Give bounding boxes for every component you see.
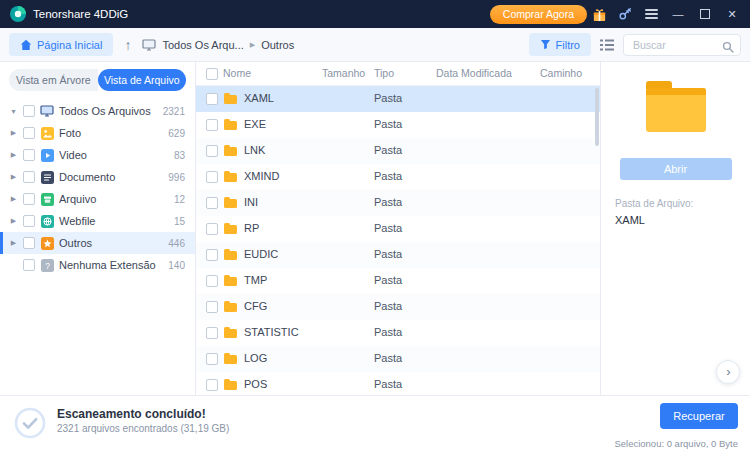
checkbox[interactable]	[23, 149, 35, 161]
column-header-data-modificada[interactable]: Data Modificada	[436, 67, 512, 79]
file-name: LOG	[244, 352, 267, 364]
folder-icon	[224, 199, 237, 208]
caret-icon[interactable]: ▶	[9, 129, 18, 137]
row-checkbox[interactable]	[206, 223, 218, 235]
open-button[interactable]: Abrir	[620, 158, 732, 180]
svg-text:?: ?	[45, 260, 50, 270]
table-row[interactable]: TMP Pasta	[196, 268, 600, 294]
table-row[interactable]: LNK Pasta	[196, 138, 600, 164]
tab-tree-view[interactable]: Vista em Árvore	[9, 69, 98, 91]
folder-icon	[224, 173, 237, 182]
sidebar-item-video[interactable]: ▶ Video 83	[0, 144, 195, 166]
row-checkbox[interactable]	[206, 249, 218, 261]
minimize-button[interactable]: —	[670, 6, 686, 22]
scan-status-subtitle: 2321 arquivos encontrados (31,19 GB)	[57, 423, 229, 434]
checkbox[interactable]	[23, 193, 35, 205]
table-row[interactable]: LOG Pasta	[196, 346, 600, 372]
recover-button[interactable]: Recuperar	[660, 403, 738, 429]
file-name: POS	[244, 378, 267, 390]
breadcrumb-root[interactable]: Todos Os Arqu...	[162, 39, 243, 51]
search-icon[interactable]	[722, 39, 734, 57]
file-table: Nome Tamanho Tipo Data Modificada Caminh…	[196, 62, 600, 396]
up-arrow-icon[interactable]: ↑	[122, 37, 133, 53]
table-row[interactable]: INI Pasta	[196, 190, 600, 216]
table-row[interactable]: EUDIC Pasta	[196, 242, 600, 268]
column-header-caminho[interactable]: Caminho	[540, 67, 582, 79]
sidebar-item-label: Nenhuma Extensão	[59, 259, 163, 271]
table-row[interactable]: POS Pasta	[196, 372, 600, 396]
file-type: Pasta	[374, 352, 402, 364]
row-checkbox[interactable]	[206, 353, 218, 365]
buy-now-button[interactable]: Comprar Agora	[490, 5, 587, 24]
checkbox[interactable]	[23, 127, 35, 139]
scan-complete-icon	[14, 407, 46, 443]
folder-icon	[224, 277, 237, 286]
caret-down-icon[interactable]: ▼	[9, 108, 18, 115]
column-header-tamanho[interactable]: Tamanho	[322, 67, 365, 79]
list-view-icon[interactable]	[600, 39, 614, 51]
table-scrollbar[interactable]	[595, 88, 599, 146]
table-row[interactable]: STATISTIC Pasta	[196, 320, 600, 346]
maximize-button[interactable]	[697, 6, 713, 22]
checkbox[interactable]	[23, 171, 35, 183]
table-row[interactable]: RP Pasta	[196, 216, 600, 242]
selection-summary: Selecionou: 0 arquivo, 0 Byte	[614, 438, 738, 449]
app-logo-icon	[10, 6, 26, 22]
table-row[interactable]: XAML Pasta	[196, 86, 600, 112]
sidebar-item-outros[interactable]: ▶ Outros 446	[0, 232, 195, 254]
file-name: TMP	[244, 274, 267, 286]
table-row[interactable]: XMIND Pasta	[196, 164, 600, 190]
file-name: EXE	[244, 118, 266, 130]
gift-icon[interactable]	[592, 7, 607, 22]
checkbox[interactable]	[23, 105, 35, 117]
row-checkbox[interactable]	[206, 171, 218, 183]
row-checkbox[interactable]	[206, 93, 218, 105]
file-name: CFG	[244, 300, 267, 312]
close-button[interactable]: ✕	[724, 6, 740, 22]
column-header-tipo[interactable]: Tipo	[374, 67, 394, 79]
sidebar-item-arquivo[interactable]: ▶ Arquivo 12	[0, 188, 195, 210]
sidebar-item-documento[interactable]: ▶ Documento 996	[0, 166, 195, 188]
column-header-nome[interactable]: Nome	[223, 67, 251, 79]
funnel-icon	[540, 39, 551, 50]
checkbox[interactable]	[23, 259, 35, 271]
caret-icon[interactable]: ▶	[9, 239, 18, 247]
row-checkbox[interactable]	[206, 327, 218, 339]
row-checkbox[interactable]	[206, 197, 218, 209]
select-all-checkbox[interactable]	[206, 68, 218, 80]
sidebar-item-label: Webfile	[59, 215, 169, 227]
file-name: INI	[244, 196, 258, 208]
folder-icon	[224, 381, 237, 390]
checkbox[interactable]	[23, 215, 35, 227]
filter-button[interactable]: Filtro	[529, 33, 591, 56]
sidebar-item-foto[interactable]: ▶ Foto 629	[0, 122, 195, 144]
sidebar-item-webfile[interactable]: ▶ Webfile 15	[0, 210, 195, 232]
row-checkbox[interactable]	[206, 119, 218, 131]
menu-icon[interactable]	[643, 6, 659, 22]
tab-file-view[interactable]: Vista de Arquivo	[98, 69, 187, 91]
key-icon[interactable]	[618, 7, 632, 21]
sidebar-item-count: 15	[174, 216, 185, 227]
sidebar-item-count: 140	[168, 260, 185, 271]
collapse-panel-button[interactable]: ›	[716, 360, 740, 384]
sidebar-item-label: Documento	[59, 171, 163, 183]
checkbox[interactable]	[23, 237, 35, 249]
row-checkbox[interactable]	[206, 145, 218, 157]
table-row[interactable]: EXE Pasta	[196, 112, 600, 138]
caret-icon[interactable]: ▶	[9, 173, 18, 181]
sidebar-item-nenhuma-extensao[interactable]: ▶ ? Nenhuma Extensão 140	[0, 254, 195, 276]
sidebar-item-todos-os-arquivos[interactable]: ▼ Todos Os Arquivos 2321	[0, 100, 195, 122]
table-row[interactable]: CFG Pasta	[196, 294, 600, 320]
caret-icon[interactable]: ▶	[9, 195, 18, 203]
row-checkbox[interactable]	[206, 379, 218, 391]
file-type: Pasta	[374, 248, 402, 260]
sidebar-item-label: Foto	[59, 127, 163, 139]
folder-icon	[224, 95, 237, 104]
row-checkbox[interactable]	[206, 275, 218, 287]
sidebar-item-count: 629	[168, 128, 185, 139]
home-button[interactable]: Página Inicial	[9, 33, 113, 56]
breadcrumb-current[interactable]: Outros	[261, 39, 294, 51]
caret-icon[interactable]: ▶	[9, 151, 18, 159]
row-checkbox[interactable]	[206, 301, 218, 313]
caret-icon[interactable]: ▶	[9, 217, 18, 225]
